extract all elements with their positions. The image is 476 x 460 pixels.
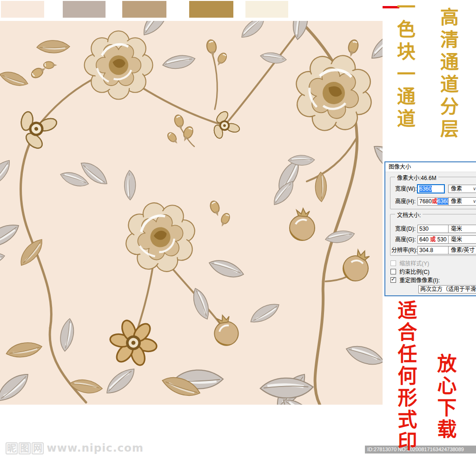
- pixel-size-legend: 像素大小:46.6M: [395, 173, 438, 181]
- scale-styles-label: 缩放样式(Y): [399, 260, 429, 267]
- floral-pattern-svg: [0, 21, 383, 405]
- color-swatch-5: [245, 1, 288, 18]
- width-pixels-input[interactable]: 6360: [417, 185, 444, 193]
- scale-styles-checkbox-row[interactable]: 缩放样式(Y): [390, 260, 429, 267]
- gold-note-color-block-channel: 一色块一通道: [396, 0, 414, 131]
- image-id-bar: ID:27813070 NO:20200817163424738089: [365, 446, 476, 453]
- resample-image-checkbox-row[interactable]: ✓ 重定图像像素(I):: [390, 277, 440, 284]
- constrain-proportions-label: 约束比例(C): [399, 269, 430, 275]
- watermark-char: 昵: [6, 442, 18, 454]
- document-size-legend: 文档大小:: [395, 211, 423, 219]
- color-swatch-1: [1, 1, 44, 18]
- constrain-proportions-checkbox-row[interactable]: 约束比例(C): [390, 269, 430, 275]
- height-unit-dropdown[interactable]: 像素∨: [448, 197, 476, 206]
- gold-note-hd-channel-layers: 高清通道分层: [439, 7, 457, 141]
- dialog-title: 图像大小: [385, 162, 476, 172]
- floral-pattern-image: [0, 21, 383, 405]
- doc-height-unit-dropdown[interactable]: 毫米: [448, 235, 476, 244]
- scale-styles-checkbox[interactable]: [390, 260, 396, 266]
- watermark-char: 网: [32, 442, 44, 454]
- color-swatch-3: [122, 1, 166, 18]
- doc-height-input[interactable]: 640 或 530: [417, 235, 449, 244]
- width-label: 宽度(W):: [395, 185, 417, 193]
- doc-width-label: 宽度(D):: [395, 225, 416, 233]
- doc-width-unit-dropdown[interactable]: 毫米: [448, 225, 476, 233]
- resolution-input[interactable]: 304.8: [417, 246, 449, 254]
- nipic-watermark: 昵图网 www.nipic.com: [6, 442, 144, 454]
- resolution-unit-dropdown[interactable]: 像素/英寸: [448, 246, 476, 254]
- height-pixels-input[interactable]: 7680或6360: [417, 197, 449, 206]
- width-unit-dropdown[interactable]: 像素∨: [448, 185, 476, 193]
- constrain-proportions-checkbox[interactable]: [390, 269, 396, 274]
- color-swatch-2: [63, 1, 106, 18]
- resample-image-checkbox[interactable]: ✓: [390, 277, 396, 283]
- image-size-dialog: 图像大小 像素大小:46.6M 宽度(W): 6360 像素∨ 高度(H): 7…: [384, 161, 476, 296]
- resolution-label: 分辨率(R):: [391, 246, 417, 254]
- document-size-group: 文档大小: 宽度(D): 530 毫米 高度(G): 640 或 530 毫米 …: [390, 214, 476, 256]
- doc-width-input[interactable]: 530: [417, 225, 449, 233]
- watermark-char: 图: [19, 442, 31, 454]
- height-label: 高度(H):: [395, 197, 416, 206]
- watermark-url: www.nipic.com: [46, 442, 143, 454]
- chevron-down-icon: ∨: [473, 198, 476, 205]
- red-note-safe-download: 放心下载: [435, 353, 455, 441]
- resample-image-label: 重定图像像素(I):: [399, 277, 440, 284]
- resample-method-dropdown[interactable]: 两次立方（适用于平滑渐变: [418, 285, 476, 293]
- checkmark-icon: ✓: [391, 276, 396, 282]
- doc-height-label: 高度(G):: [395, 235, 416, 244]
- color-swatch-4: [189, 1, 233, 18]
- red-note-any-print-form: 适合任何形式印: [396, 300, 415, 453]
- chevron-down-icon: ∨: [473, 185, 476, 193]
- pixel-size-group: 像素大小:46.6M 宽度(W): 6360 像素∨ 高度(H): 7680或6…: [390, 177, 476, 209]
